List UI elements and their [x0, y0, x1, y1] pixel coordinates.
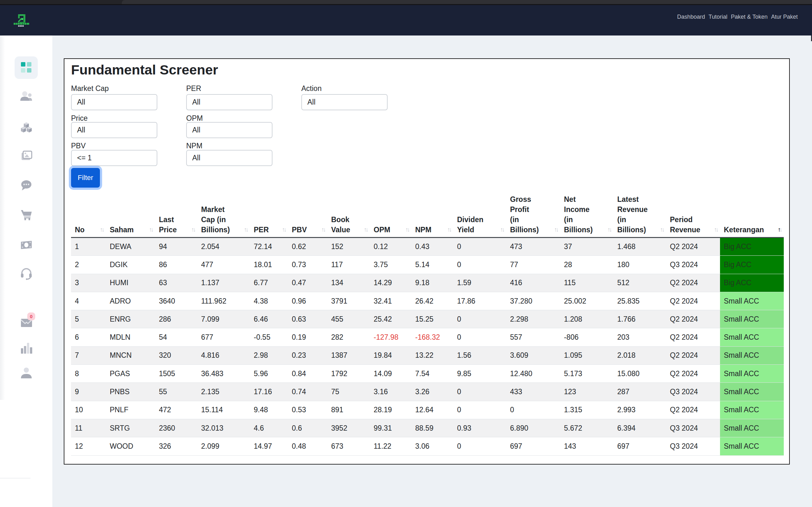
svg-text:0: 0 [30, 314, 32, 319]
